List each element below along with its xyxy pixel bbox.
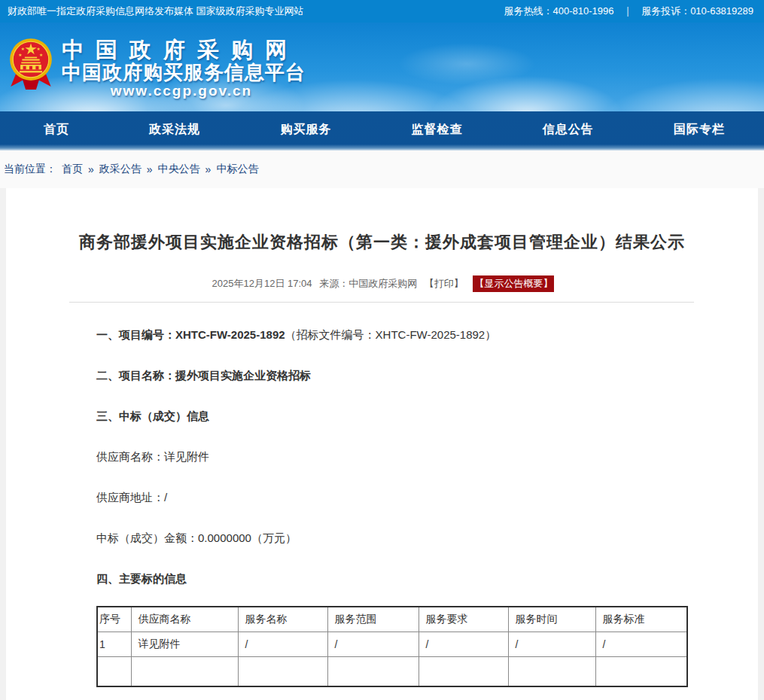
article-meta: 2025年12月12日 17:04 来源：中国政府采购网 【打印】 【显示公告概…: [6, 275, 758, 292]
table-cell: /: [508, 632, 595, 656]
table-cell: /: [238, 632, 327, 656]
table-row: 1 详见附件 / / / / /: [97, 632, 687, 656]
nav-item-regulations[interactable]: 政采法规: [149, 122, 200, 138]
svg-text:★: ★: [39, 53, 43, 57]
publish-datetime: 2025年12月12日 17:04: [212, 278, 312, 289]
breadcrumb-link-award-announcements[interactable]: 中标公告: [216, 163, 258, 176]
table-cell: /: [595, 632, 687, 656]
table-header-cell: 供应商名称: [131, 607, 238, 632]
table-cell: [419, 656, 508, 686]
paragraph-supplier-name: 供应商名称：详见附件: [96, 449, 686, 464]
table-cell: 1: [97, 632, 131, 656]
table-cell: [508, 656, 595, 686]
paragraph-main-subject-heading: 四、主要标的信息: [96, 571, 686, 586]
table-header-cell: 服务要求: [419, 607, 508, 632]
site-banner: ★ ★ ★ ★ 中国政府采购网 中国政府购买服务信息平台 www.ccgp.go…: [0, 23, 764, 111]
service-hotline: 服务热线：400-810-1996: [504, 5, 613, 18]
site-tagline: 财政部唯一指定政府采购信息网络发布媒体 国家级政府采购专业网站: [8, 5, 304, 18]
article-source: 来源：中国政府采购网: [319, 278, 417, 289]
service-complaint: 服务投诉：010-63819289: [641, 5, 753, 18]
nav-item-announcements[interactable]: 信息公告: [543, 122, 594, 138]
svg-text:★: ★: [21, 47, 25, 51]
main-nav: 首页 政采法规 购买服务 监督检查 信息公告 国际专栏: [0, 111, 764, 151]
paragraph-award-amount: 中标（成交）金额：0.0000000（万元）: [96, 531, 686, 546]
svg-text:★: ★: [37, 47, 41, 51]
breadcrumb-link-central-announcements[interactable]: 中央公告: [158, 163, 200, 176]
table-cell: [327, 656, 419, 686]
paragraph-project-number: 一、项目编号：XHTC-FW-2025-1892（招标文件编号：XHTC-FW-…: [96, 327, 686, 342]
table-cell: [595, 656, 687, 686]
article-card: 商务部援外项目实施企业资格招标（第一类：援外成套项目管理企业）结果公示 2025…: [6, 188, 758, 700]
table-header-cell: 服务名称: [238, 607, 327, 632]
site-logo[interactable]: ★ ★ ★ ★ 中国政府采购网 中国政府购买服务信息平台 www.ccgp.go…: [9, 38, 306, 99]
breadcrumb: 当前位置： 首页 » 政采公告 » 中央公告 » 中标公告: [0, 151, 764, 188]
page-title: 商务部援外项目实施企业资格招标（第一类：援外成套项目管理企业）结果公示: [6, 188, 758, 254]
svg-text:★: ★: [18, 53, 22, 57]
site-name: 中国政府采购网: [62, 38, 306, 62]
breadcrumb-link-procurement-announcements[interactable]: 政采公告: [99, 163, 142, 176]
breadcrumb-separator: »: [147, 163, 153, 175]
topbar-divider: ｜: [622, 5, 632, 18]
table-cell: /: [419, 632, 508, 656]
breadcrumb-separator: »: [88, 163, 94, 175]
breadcrumb-separator: »: [205, 163, 212, 175]
national-emblem-icon: ★ ★ ★ ★: [9, 38, 53, 99]
top-service-bar: 财政部唯一指定政府采购信息网络发布媒体 国家级政府采购专业网站 服务热线：400…: [0, 0, 764, 23]
nav-item-supervision[interactable]: 监督检查: [412, 122, 463, 138]
show-summary-button[interactable]: 【显示公告概要】: [473, 275, 554, 292]
meta-divider: [69, 302, 694, 303]
breadcrumb-prefix: 当前位置：: [4, 163, 56, 176]
table-cell: /: [327, 632, 419, 656]
nav-item-international[interactable]: 国际专栏: [674, 122, 725, 138]
paragraph-project-name: 二、项目名称：援外项目实施企业资格招标: [96, 368, 686, 383]
table-cell: [131, 656, 238, 686]
site-url: www.ccgp.gov.cn: [62, 84, 301, 99]
table-header-cell: 服务标准: [595, 607, 687, 632]
nav-item-purchase-services[interactable]: 购买服务: [280, 122, 331, 138]
paragraph-supplier-address: 供应商地址：/: [96, 490, 686, 505]
nav-item-home[interactable]: 首页: [44, 122, 69, 138]
table-header-row: 序号 供应商名称 服务名称 服务范围 服务要求 服务时间 服务标准: [97, 607, 687, 632]
paragraph-award-info-heading: 三、中标（成交）信息: [96, 409, 686, 424]
breadcrumb-link-home[interactable]: 首页: [62, 163, 83, 176]
table-header-cell: 服务范围: [327, 607, 419, 632]
platform-name: 中国政府购买服务信息平台: [62, 62, 306, 84]
table-header-cell: 服务时间: [508, 607, 595, 632]
print-button[interactable]: 【打印】: [425, 278, 464, 289]
table-cell: [238, 656, 327, 686]
table-cell: 详见附件: [131, 632, 238, 656]
table-cell: [97, 656, 131, 686]
table-header-cell: 序号: [97, 607, 131, 632]
article-body: 一、项目编号：XHTC-FW-2025-1892（招标文件编号：XHTC-FW-…: [96, 327, 686, 687]
bid-subject-table: 序号 供应商名称 服务名称 服务范围 服务要求 服务时间 服务标准 1 详见附件…: [96, 606, 688, 687]
table-row: [97, 656, 687, 686]
